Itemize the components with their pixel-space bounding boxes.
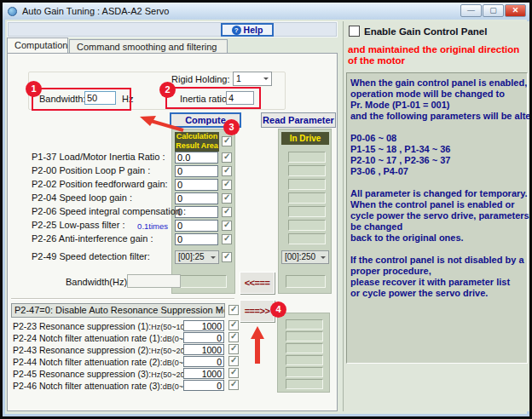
p2-45-input[interactable] xyxy=(183,368,224,379)
res-label: P2-45 Resonance suppression (3): xyxy=(13,369,151,379)
calc-value-p1-37[interactable] xyxy=(175,152,218,164)
drive-p2-49-value: [00]:250 xyxy=(285,252,315,261)
calc-checkbox-p1-37[interactable] xyxy=(222,152,232,163)
calc-checkbox-p2-06[interactable] xyxy=(222,207,232,217)
calc-value-p2-26[interactable] xyxy=(175,233,218,245)
direction-warning-text: and maintained the original direction of… xyxy=(348,44,529,66)
computation-tab-body: Rigid Holding: 1 1 Bandwidth: Hz 2 Inert… xyxy=(7,53,338,411)
info-line: If the control panel is not disabled by … xyxy=(350,255,523,266)
calc-value-p2-25[interactable] xyxy=(175,220,218,232)
step-2-badge: 2 xyxy=(159,82,176,98)
drive-value-box xyxy=(286,343,323,353)
calc-checkbox-p2-04[interactable] xyxy=(222,193,232,204)
param-label-p2-00: P2-00 Position Loop P gain : xyxy=(32,165,150,175)
calc-p2-49-value: [00]:25 xyxy=(178,252,205,261)
res-label: P2-46 Notch filter attenuation rate (3): xyxy=(13,381,163,391)
drive-value-box xyxy=(286,379,323,389)
copy-from-drive-button[interactable]: <<=== xyxy=(240,272,275,294)
dialog-client-area: ? Help Computation Command smoothing and… xyxy=(5,20,527,414)
p2-23-checkbox[interactable] xyxy=(228,320,239,330)
info-line: All parameter is changed for temporary. xyxy=(350,188,523,199)
calc-value-p2-02[interactable] xyxy=(175,179,218,191)
calc-value-p2-04[interactable] xyxy=(175,192,218,204)
drive-value-box xyxy=(288,206,326,217)
resonance-row-p2-43: P2-43 Resonance suppression (2): Hz(50~2… xyxy=(13,345,182,355)
calc-checkbox-p2-00[interactable] xyxy=(222,166,232,176)
compute-pointer-arrow xyxy=(137,113,188,134)
section-divider xyxy=(11,298,234,300)
info-line: P1-15 ~ 18 , P1-34 ~ 36 xyxy=(350,144,523,155)
info-line: and the following parameters will be alt… xyxy=(350,111,523,122)
p2-24-input[interactable] xyxy=(183,332,224,343)
step-3-badge: 3 xyxy=(223,119,240,135)
info-line: When the gain control panel is enabled, … xyxy=(350,77,523,89)
help-button[interactable]: ? Help xyxy=(221,23,274,37)
resonance-row-p2-44: P2-44 Notch filter attenuation rate (2):… xyxy=(13,357,182,367)
resonance-row-p2-24: P2-24 Notch filter attenuation rate (1):… xyxy=(13,333,182,343)
drive-value-box xyxy=(288,192,326,204)
info-line: P0-06 ~ 08 xyxy=(350,133,523,144)
calc-header-checkbox[interactable] xyxy=(222,136,232,146)
p2-47-checkbox[interactable] xyxy=(228,305,239,315)
maximize-button[interactable]: ▢ xyxy=(483,4,504,17)
help-label: Help xyxy=(244,25,263,35)
tab-command-smoothing[interactable]: Command smoothing and filtering xyxy=(69,39,228,53)
inertia-highlight-rect xyxy=(165,87,261,109)
rigid-holding-label: Rigid Holding: xyxy=(171,74,229,84)
resonance-row-p2-45: P2-45 Resonance suppression (3): Hz(50~2… xyxy=(13,369,182,379)
drive-value-box xyxy=(288,233,326,244)
p2-46-checkbox[interactable] xyxy=(228,380,239,390)
param-label-p2-25: P2-25 Low-pass filter : xyxy=(32,220,124,230)
info-line xyxy=(350,244,523,255)
p2-45-checkbox[interactable] xyxy=(228,368,239,378)
param-label-p2-49: P2-49 Speed detection filter: xyxy=(32,251,150,261)
info-line xyxy=(350,122,523,133)
calc-checkbox-p2-25[interactable] xyxy=(222,221,232,231)
calc-checkbox-p2-26[interactable] xyxy=(222,234,232,244)
p2-44-checkbox[interactable] xyxy=(228,356,239,366)
p2-47-mode-value: P2-47=0: Disable Auto Resonance Suppress… xyxy=(14,305,225,315)
drive-value-box xyxy=(286,331,323,342)
res-label: P2-23 Resonance suppression (1): xyxy=(13,321,151,331)
info-line: be changed xyxy=(350,221,523,232)
param-label-p2-04: P2-04 Speed loop gain : xyxy=(32,192,132,203)
minimize-button[interactable]: — xyxy=(460,4,482,17)
close-button[interactable]: ✕ xyxy=(505,4,526,17)
drive-value-box xyxy=(288,220,326,231)
drive-p2-49-dropdown[interactable]: [00]:250 xyxy=(281,250,329,264)
param-label-p2-06: P2-06 Speed integral compensation : xyxy=(32,206,186,216)
info-line: please recover it with parameter list xyxy=(350,277,523,288)
res-label: P2-43 Resonance suppression (2): xyxy=(13,345,151,355)
p2-47-mode-dropdown[interactable]: P2-47=0: Disable Auto Resonance Suppress… xyxy=(11,303,225,318)
p2-43-checkbox[interactable] xyxy=(228,344,239,354)
info-line: back to the original ones. xyxy=(350,232,523,244)
info-line: P2-10 ~ 17 , P2-36 ~ 37 xyxy=(350,155,523,166)
calc-p2-49-dropdown[interactable]: [00]:25 xyxy=(175,250,219,264)
rigid-holding-dropdown[interactable]: 1 xyxy=(233,72,272,86)
enable-gain-control-checkbox[interactable] xyxy=(349,26,360,37)
in-drive-panel: In Drive [00]:250 xyxy=(278,129,332,294)
param-label-p1-37: P1-37 Load/Motor Inertia Ratio : xyxy=(32,152,165,162)
bandwidth-hz-input[interactable] xyxy=(127,274,181,288)
titlebar[interactable]: Auto Gain Tuning : ASDA-A2 Servo — ▢ ✕ xyxy=(3,3,529,20)
resonance-row-p2-23: P2-23 Resonance suppression (1): Hz(50~1… xyxy=(13,321,182,331)
calc-result-header: Calculation Result Area xyxy=(175,132,219,152)
p2-44-input[interactable] xyxy=(183,356,224,367)
p2-46-input[interactable] xyxy=(183,380,224,391)
calc-checkbox-p2-49[interactable] xyxy=(222,252,232,262)
p2-23-input[interactable] xyxy=(183,320,224,331)
copy-to-drive-button[interactable]: ===>> xyxy=(240,300,275,322)
calc-checkbox-p2-02[interactable] xyxy=(222,180,232,190)
enable-gain-control-label: Enable Gain Control Panel xyxy=(364,26,487,37)
calc-value-p2-00[interactable] xyxy=(175,165,218,177)
p2-24-checkbox[interactable] xyxy=(228,332,239,342)
p2-43-input[interactable] xyxy=(183,344,224,355)
tab-computation[interactable]: Computation xyxy=(7,37,68,53)
drive-value-box xyxy=(286,367,323,377)
param-label-p2-26: P2-26 Anti-interference gain : xyxy=(32,233,153,244)
in-drive-lower-panel xyxy=(277,313,330,393)
step-4-badge: 4 xyxy=(270,301,286,318)
info-line: cycle power the servo drive, parameters … xyxy=(350,210,523,221)
drive-value-box xyxy=(286,355,323,365)
read-parameter-button[interactable]: Read Parameter xyxy=(261,112,336,128)
